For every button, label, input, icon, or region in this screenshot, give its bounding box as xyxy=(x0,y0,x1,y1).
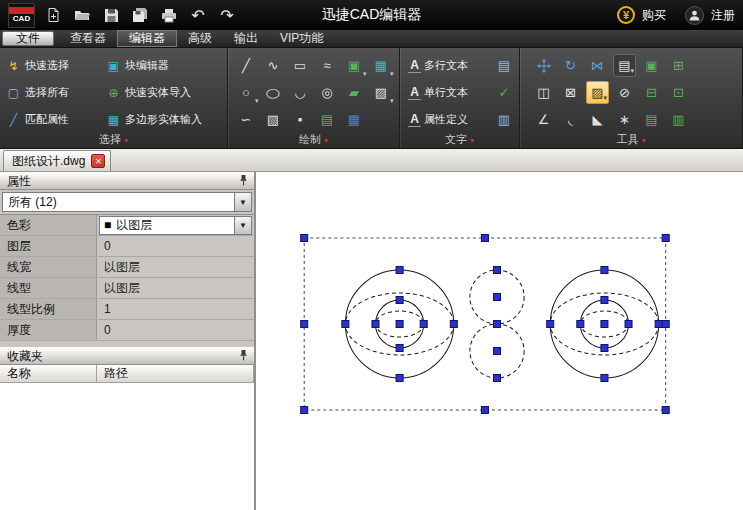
donut-icon[interactable]: ◎ xyxy=(314,79,341,106)
dropdown-caret-icon[interactable]: ▼ xyxy=(234,193,251,211)
entity-import-button[interactable]: ⊕ 快速实体导入 xyxy=(106,85,228,100)
menu-file[interactable]: 文件 xyxy=(2,31,54,46)
hatch-icon[interactable]: ▧ xyxy=(260,106,287,133)
property-value-cell: ■ 以图层 ▼ xyxy=(97,215,254,235)
stext-button[interactable]: 单行文本 xyxy=(424,85,496,100)
purge-tool-icon[interactable]: ▥ xyxy=(665,106,692,133)
ellipse-icon[interactable]: ◯ xyxy=(260,83,287,102)
save-all-icon[interactable] xyxy=(130,5,150,25)
selection-bounding-box xyxy=(304,238,665,410)
scale-icon[interactable]: ⊡ xyxy=(665,79,692,106)
new-file-icon[interactable] xyxy=(43,5,63,25)
app-logo: CAD xyxy=(8,3,35,28)
tab-close-icon[interactable]: × xyxy=(91,154,105,168)
favorites-column-path[interactable]: 路径 xyxy=(97,365,254,382)
spellcheck-icon[interactable]: ✓ xyxy=(496,85,512,100)
group-expand-icon[interactable]: ▾ xyxy=(470,136,474,145)
menu-viewer[interactable]: 查看器 xyxy=(59,30,117,47)
dropdown-caret-icon[interactable]: ▼ xyxy=(234,217,251,234)
chamfer-icon[interactable]: ◣ xyxy=(584,106,611,133)
hatch-tool-selected-icon[interactable]: ▨▾ xyxy=(586,81,609,104)
line-icon[interactable]: ╱ xyxy=(233,52,260,79)
spline-icon[interactable]: ≈ xyxy=(314,52,341,79)
edit-text-icon[interactable]: ▥ xyxy=(496,112,512,127)
group-expand-icon[interactable]: ▾ xyxy=(641,136,645,145)
fillet-icon[interactable]: ◟ xyxy=(557,106,584,133)
group-label-text: 文字▾ xyxy=(400,132,519,147)
select-all-button[interactable]: ▢ 选择所有 xyxy=(6,85,106,100)
mtext-button[interactable]: 多行文本 xyxy=(424,58,496,73)
print-icon[interactable] xyxy=(159,5,179,25)
property-row-color: 色彩 ■ 以图层 ▼ xyxy=(0,215,254,236)
quick-select-button[interactable]: ↯ 快速选择 xyxy=(6,58,106,73)
register-button[interactable]: 注册 xyxy=(711,7,735,24)
group-expand-icon[interactable]: ▾ xyxy=(324,136,328,145)
paste-block-icon[interactable]: ▣ xyxy=(638,52,665,79)
offset-icon[interactable]: ◫ xyxy=(530,79,557,106)
document-tab[interactable]: 图纸设计.dwg × xyxy=(3,150,111,171)
pin-icon[interactable] xyxy=(238,174,249,189)
circle-icon[interactable]: ○▾ xyxy=(233,79,260,106)
group-expand-icon[interactable]: ▾ xyxy=(124,136,128,145)
drawing-canvas[interactable] xyxy=(256,172,743,510)
move-icon[interactable] xyxy=(530,52,557,79)
array-icon[interactable]: ▦▾ xyxy=(368,52,395,79)
favorites-list-empty[interactable] xyxy=(0,383,254,510)
block-insert-icon[interactable]: ▣▾ xyxy=(341,52,368,79)
table-icon[interactable]: ▦ xyxy=(341,106,368,133)
attribute-define-button[interactable]: 属性定义 xyxy=(424,112,496,127)
measure-icon[interactable]: ∠ xyxy=(530,106,557,133)
arc-icon[interactable]: ◡ xyxy=(287,79,314,106)
mirror-icon[interactable]: ⋈ xyxy=(584,52,611,79)
point-icon[interactable]: ▪ xyxy=(287,106,314,133)
property-value[interactable]: 以图层 xyxy=(97,257,254,277)
copy-block-icon[interactable]: ⊞ xyxy=(665,52,692,79)
properties-filter-dropdown[interactable]: 所有 (12) ▼ xyxy=(2,192,252,212)
favorites-column-name[interactable]: 名称 xyxy=(0,365,97,382)
logo-flag xyxy=(9,7,34,14)
buy-yen-icon[interactable]: ¥ xyxy=(617,6,635,24)
property-value[interactable]: 以图层 xyxy=(97,278,254,298)
properties-filter-value: 所有 (12) xyxy=(3,194,234,211)
mtext-icon: A xyxy=(408,58,421,73)
quick-select-label: 快速选择 xyxy=(25,58,69,73)
match-properties-icon: ╱ xyxy=(6,113,21,127)
favorites-panel-title: 收藏夹 xyxy=(7,348,238,365)
menu-advanced[interactable]: 高级 xyxy=(177,30,223,47)
stretch-icon[interactable]: ⊟ xyxy=(638,79,665,106)
menu-editor[interactable]: 编辑器 xyxy=(117,30,177,47)
layer-tool-icon[interactable]: ▤ xyxy=(638,106,665,133)
menu-output[interactable]: 输出 xyxy=(223,30,269,47)
explode-icon[interactable]: ∗ xyxy=(611,106,638,133)
register-person-icon[interactable] xyxy=(685,6,704,25)
image-icon[interactable]: ▤ xyxy=(314,106,341,133)
open-folder-icon[interactable] xyxy=(72,5,92,25)
region-icon[interactable]: ▰ xyxy=(341,79,368,106)
block-editor-button[interactable]: ▣ 块编辑器 xyxy=(106,58,228,73)
entity-import-label: 快速实体导入 xyxy=(125,85,191,100)
color-dropdown[interactable]: ■ 以图层 ▼ xyxy=(99,216,252,235)
property-value[interactable]: 0 xyxy=(97,236,254,256)
color-value: 以图层 xyxy=(116,217,152,234)
tool-menu-dropdown[interactable]: ▤▾ xyxy=(613,54,636,77)
buy-button[interactable]: 购买 xyxy=(642,7,666,24)
revision-cloud-icon[interactable]: ∽ xyxy=(233,106,260,133)
document-tab-title: 图纸设计.dwg xyxy=(12,153,85,170)
trim-icon[interactable]: ⊘ xyxy=(611,79,638,106)
rectangle-icon[interactable]: ▭ xyxy=(287,52,314,79)
pin-icon[interactable] xyxy=(238,349,249,364)
match-properties-button[interactable]: ╱ 匹配属性 xyxy=(6,112,106,127)
menu-vip[interactable]: VIP功能 xyxy=(269,30,334,47)
polygon-input-button[interactable]: ▦ 多边形实体输入 xyxy=(106,112,228,127)
undo-icon[interactable]: ↶ xyxy=(188,5,208,25)
field-icon[interactable]: ▤ xyxy=(496,58,512,73)
property-value[interactable]: 0 xyxy=(97,320,254,340)
save-icon[interactable] xyxy=(101,5,121,25)
gradient-icon[interactable]: ▨▾ xyxy=(368,79,395,106)
erase-icon[interactable]: ⊠ xyxy=(557,79,584,106)
polyline-icon[interactable]: ∿ xyxy=(260,52,287,79)
rotate-icon[interactable]: ↻ xyxy=(557,52,584,79)
property-value[interactable]: 1 xyxy=(97,299,254,319)
redo-icon[interactable]: ↷ xyxy=(217,5,237,25)
entity-import-icon: ⊕ xyxy=(106,86,121,100)
